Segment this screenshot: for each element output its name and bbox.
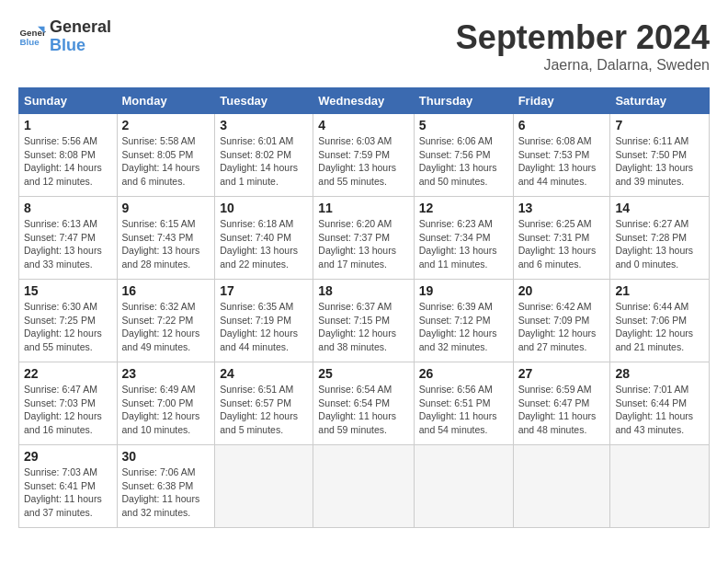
day-8: 8 Sunrise: 6:13 AMSunset: 7:47 PMDayligh…: [19, 197, 118, 280]
day-10: 10 Sunrise: 6:18 AMSunset: 7:40 PMDaylig…: [215, 197, 313, 280]
day-19: 19 Sunrise: 6:39 AMSunset: 7:12 PMDaylig…: [414, 280, 513, 362]
day-2: 2 Sunrise: 5:58 AMSunset: 8:05 PMDayligh…: [117, 114, 215, 197]
day-18: 18 Sunrise: 6:37 AMSunset: 7:15 PMDaylig…: [313, 280, 414, 362]
week-4: 22 Sunrise: 6:47 AMSunset: 7:03 PMDaylig…: [19, 362, 710, 445]
week-1: 1 Sunrise: 5:56 AMSunset: 8:08 PMDayligh…: [19, 114, 710, 197]
month-title: September 2024: [456, 18, 710, 57]
day-1: 1 Sunrise: 5:56 AMSunset: 8:08 PMDayligh…: [19, 114, 118, 197]
empty-cell-2: [313, 445, 414, 528]
week-2: 8 Sunrise: 6:13 AMSunset: 7:47 PMDayligh…: [19, 197, 710, 280]
header-wednesday: Wednesday: [313, 88, 414, 114]
header-saturday: Saturday: [610, 88, 710, 114]
calendar-table: Sunday Monday Tuesday Wednesday Thursday…: [18, 87, 710, 528]
day-3: 3 Sunrise: 6:01 AMSunset: 8:02 PMDayligh…: [215, 114, 313, 197]
day-11: 11 Sunrise: 6:20 AMSunset: 7:37 PMDaylig…: [313, 197, 414, 280]
empty-cell-3: [414, 445, 513, 528]
logo-icon: General Blue: [18, 23, 46, 51]
day-21: 21 Sunrise: 6:44 AMSunset: 7:06 PMDaylig…: [610, 280, 710, 362]
empty-cell-4: [513, 445, 610, 528]
week-3: 15 Sunrise: 6:30 AMSunset: 7:25 PMDaylig…: [19, 280, 710, 362]
day-4: 4 Sunrise: 6:03 AMSunset: 7:59 PMDayligh…: [313, 114, 414, 197]
logo-line2: Blue: [50, 37, 111, 55]
day-20: 20 Sunrise: 6:42 AMSunset: 7:09 PMDaylig…: [513, 280, 610, 362]
day-17: 17 Sunrise: 6:35 AMSunset: 7:19 PMDaylig…: [215, 280, 313, 362]
day-15: 15 Sunrise: 6:30 AMSunset: 7:25 PMDaylig…: [19, 280, 118, 362]
page-header: General Blue General Blue September 2024…: [18, 18, 710, 74]
day-25: 25 Sunrise: 6:54 AMSunset: 6:54 PMDaylig…: [313, 362, 414, 445]
week-5: 29 Sunrise: 7:03 AMSunset: 6:41 PMDaylig…: [19, 445, 710, 528]
header-thursday: Thursday: [414, 88, 513, 114]
day-5: 5 Sunrise: 6:06 AMSunset: 7:56 PMDayligh…: [414, 114, 513, 197]
day-6: 6 Sunrise: 6:08 AMSunset: 7:53 PMDayligh…: [513, 114, 610, 197]
day-30: 30 Sunrise: 7:06 AMSunset: 6:38 PMDaylig…: [117, 445, 215, 528]
day-26: 26 Sunrise: 6:56 AMSunset: 6:51 PMDaylig…: [414, 362, 513, 445]
day-9: 9 Sunrise: 6:15 AMSunset: 7:43 PMDayligh…: [117, 197, 215, 280]
svg-text:Blue: Blue: [20, 37, 40, 47]
empty-cell-1: [215, 445, 313, 528]
logo-line1: General: [50, 18, 111, 37]
day-14: 14 Sunrise: 6:27 AMSunset: 7:28 PMDaylig…: [610, 197, 710, 280]
day-24: 24 Sunrise: 6:51 AMSunset: 6:57 PMDaylig…: [215, 362, 313, 445]
header-tuesday: Tuesday: [215, 88, 313, 114]
weekday-header-row: Sunday Monday Tuesday Wednesday Thursday…: [19, 88, 710, 114]
day-22: 22 Sunrise: 6:47 AMSunset: 7:03 PMDaylig…: [19, 362, 118, 445]
day-16: 16 Sunrise: 6:32 AMSunset: 7:22 PMDaylig…: [117, 280, 215, 362]
day-28: 28 Sunrise: 7:01 AMSunset: 6:44 PMDaylig…: [610, 362, 710, 445]
day-7: 7 Sunrise: 6:11 AMSunset: 7:50 PMDayligh…: [610, 114, 710, 197]
day-12: 12 Sunrise: 6:23 AMSunset: 7:34 PMDaylig…: [414, 197, 513, 280]
day-13: 13 Sunrise: 6:25 AMSunset: 7:31 PMDaylig…: [513, 197, 610, 280]
day-29: 29 Sunrise: 7:03 AMSunset: 6:41 PMDaylig…: [19, 445, 118, 528]
title-area: September 2024 Jaerna, Dalarna, Sweden: [456, 18, 710, 74]
header-friday: Friday: [513, 88, 610, 114]
logo: General Blue General Blue: [18, 18, 111, 55]
empty-cell-5: [610, 445, 710, 528]
day-27: 27 Sunrise: 6:59 AMSunset: 6:47 PMDaylig…: [513, 362, 610, 445]
header-monday: Monday: [117, 88, 215, 114]
location-title: Jaerna, Dalarna, Sweden: [456, 57, 710, 74]
day-23: 23 Sunrise: 6:49 AMSunset: 7:00 PMDaylig…: [117, 362, 215, 445]
header-sunday: Sunday: [19, 88, 118, 114]
